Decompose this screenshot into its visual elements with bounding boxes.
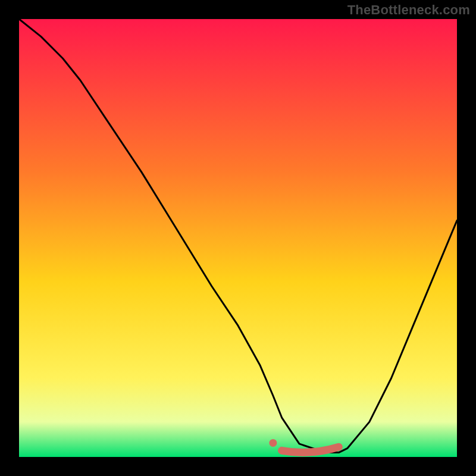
optimal-start-dot: [269, 439, 277, 447]
plot-background: [19, 19, 457, 457]
chart-frame: TheBottleneck.com: [0, 0, 476, 476]
chart-canvas: [0, 0, 476, 476]
